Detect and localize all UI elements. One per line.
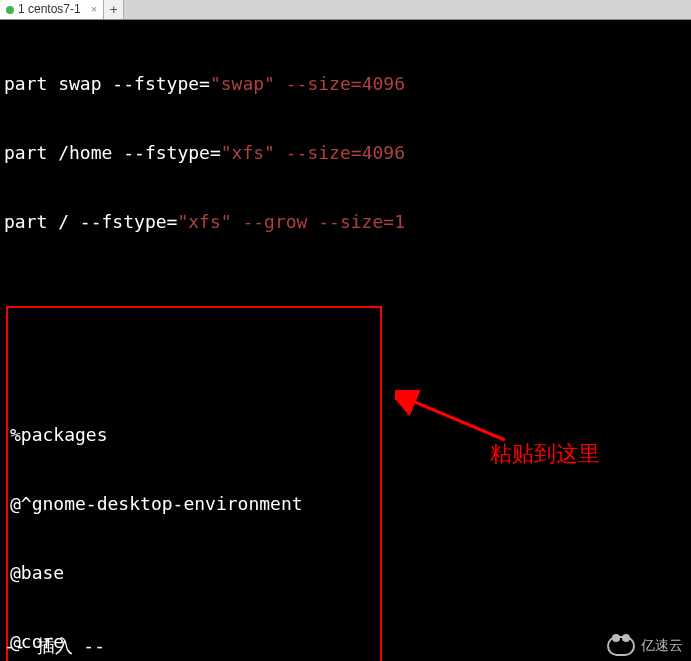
plus-icon: + bbox=[110, 0, 118, 21]
svg-line-1 bbox=[410, 400, 505, 440]
annotation-text: 粘贴到这里 bbox=[490, 442, 600, 465]
add-tab-button[interactable]: + bbox=[104, 0, 124, 19]
code-line: part swap --fstype="swap" --size=4096 bbox=[4, 72, 687, 95]
vim-status-line: -- 插入 -- bbox=[4, 634, 105, 657]
watermark-text: 亿速云 bbox=[641, 634, 683, 657]
code-line: @^gnome-desktop-environment bbox=[10, 492, 378, 515]
code-line: part /home --fstype="xfs" --size=4096 bbox=[4, 141, 687, 164]
highlighted-box: %packages @^gnome-desktop-environment @b… bbox=[6, 306, 382, 661]
watermark: 亿速云 bbox=[607, 634, 683, 657]
tab-label: 1 centos7-1 bbox=[18, 0, 81, 21]
code-line: %packages bbox=[10, 423, 378, 446]
cloud-icon bbox=[607, 636, 635, 656]
code-line: part / --fstype="xfs" --grow --size=1 bbox=[4, 210, 687, 233]
code-line bbox=[10, 354, 378, 377]
tab-active[interactable]: 1 centos7-1 × bbox=[0, 0, 104, 19]
tab-bar: 1 centos7-1 × + bbox=[0, 0, 691, 20]
terminal-area[interactable]: part swap --fstype="swap" --size=4096 pa… bbox=[0, 20, 691, 661]
close-icon[interactable]: × bbox=[91, 0, 97, 21]
code-line: @base bbox=[10, 561, 378, 584]
status-dot-icon bbox=[6, 6, 14, 14]
